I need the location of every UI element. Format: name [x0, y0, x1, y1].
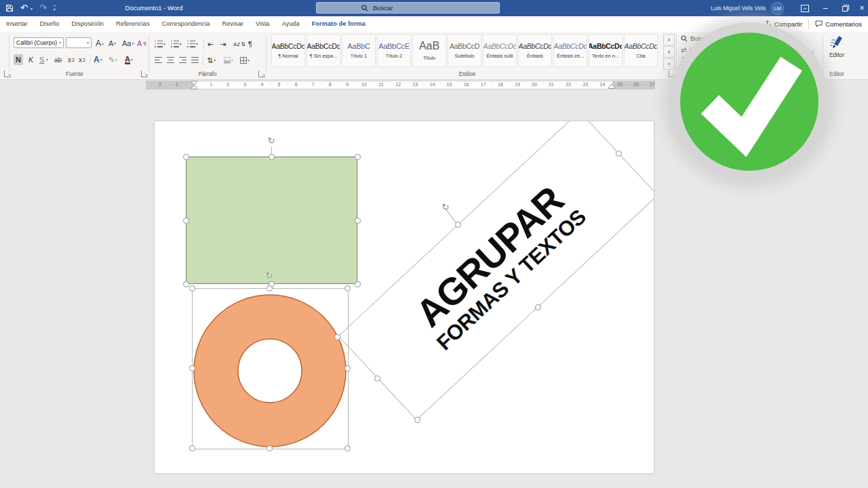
styles-scroll-up-button[interactable]: ∧ — [663, 34, 675, 45]
document-page[interactable]: AGRUPAR FORMAS Y TEXTOS ↻↻↻ — [155, 121, 654, 473]
selection-handle[interactable] — [267, 445, 273, 451]
indent-markers-icon[interactable] — [191, 81, 197, 89]
selection-handle[interactable] — [189, 445, 195, 451]
undo-button[interactable]: ↶ — [20, 0, 28, 16]
share-button[interactable]: Compartir — [757, 20, 808, 28]
font-color-button[interactable]: A▾ — [125, 54, 133, 65]
style-card--nfasis-sutil[interactable]: AaBbCcDcÉnfasis sutil — [483, 34, 517, 67]
align-center-button[interactable] — [167, 55, 174, 66]
clear-formatting-button[interactable]: A↯ — [137, 38, 147, 49]
selection-handle[interactable] — [616, 150, 622, 157]
shrink-font-button[interactable]: A▾ — [108, 38, 116, 49]
restore-button[interactable] — [835, 0, 856, 16]
selection-handle[interactable] — [355, 218, 361, 224]
close-button[interactable]: × — [856, 0, 868, 16]
highlight-button[interactable]: ✎▾ — [108, 54, 117, 65]
borders-button[interactable]: ▾ — [240, 55, 250, 66]
selection-handle[interactable] — [344, 285, 351, 291]
font-size-select[interactable]: ▾ — [66, 37, 92, 48]
paragraph-dialog-launcher-icon[interactable]: ↘ — [258, 70, 265, 77]
tab-formato-de-forma[interactable]: Formato de forma — [306, 16, 372, 32]
minimize-button[interactable]: – — [815, 0, 835, 16]
selection-handle[interactable] — [535, 304, 541, 310]
selection-handle[interactable] — [355, 281, 361, 287]
bold-button[interactable]: N — [14, 54, 23, 65]
justify-button[interactable] — [191, 55, 199, 66]
font-name-select[interactable]: Calibri (Cuerpo) ▾ — [14, 37, 64, 48]
selection-handle[interactable] — [344, 365, 351, 371]
increase-indent-button[interactable]: ⇥ — [220, 39, 226, 49]
selection-handle[interactable] — [183, 218, 189, 224]
numbering-button[interactable]: ▾ — [171, 39, 182, 49]
multilevel-list-button[interactable]: ▾ — [187, 39, 198, 49]
avatar[interactable]: LM — [771, 2, 784, 15]
style-card-subt-tulo[interactable]: AaBbCcDSubtítulo — [448, 34, 481, 67]
change-case-button[interactable]: Aa▾ — [122, 38, 134, 49]
selection-handle[interactable] — [183, 281, 189, 287]
selection-handle[interactable] — [189, 365, 195, 371]
grow-font-button[interactable]: A▴ — [96, 38, 104, 49]
text-effects-button[interactable]: A▾ — [94, 54, 102, 65]
rotated-text-box[interactable]: AGRUPAR FORMAS Y TEXTOS — [338, 121, 654, 420]
style-card-texto-en-n-[interactable]: AaBbCcDcTexto en n... — [589, 34, 623, 67]
sort-button[interactable]: AZ⇅ — [233, 39, 245, 49]
selection-handle[interactable] — [355, 154, 361, 160]
selection-handle[interactable] — [183, 154, 189, 160]
customize-qat-button[interactable]: ▾ — [54, 5, 56, 12]
editor-button[interactable]: Editor — [825, 35, 849, 58]
subscript-button[interactable]: x2 — [68, 54, 75, 65]
selection-handle[interactable] — [455, 222, 461, 228]
style-card--nfasis[interactable]: AaBbCcDcÉnfasis — [518, 34, 552, 67]
right-indent-marker-icon[interactable] — [608, 83, 615, 89]
style-card--nfasis-int-[interactable]: AaBbCcDcÉnfasis int... — [553, 34, 587, 67]
selection-handle[interactable] — [334, 334, 340, 340]
show-marks-button[interactable]: ¶ — [248, 39, 252, 49]
undo-caret-icon[interactable]: ▾ — [31, 6, 33, 11]
comments-button[interactable]: Comentarios — [809, 20, 868, 28]
styles-scroll-down-button[interactable]: ∨ — [663, 46, 675, 58]
styles-dialog-launcher-icon[interactable]: ↘ — [669, 70, 675, 77]
style-card--normal[interactable]: AaBbCcDc¶ Normal — [271, 34, 305, 67]
tab-vista[interactable]: Vista — [250, 16, 276, 32]
shading-button[interactable]: ▾ — [224, 55, 233, 66]
selection-handle[interactable] — [344, 445, 351, 451]
style-card-cita[interactable]: AaBbCcDcCita — [624, 34, 658, 67]
bullets-button[interactable]: ▾ — [155, 39, 165, 49]
align-left-button[interactable] — [155, 55, 162, 66]
italic-button[interactable]: K — [28, 54, 33, 65]
style-card-t-tulo-2[interactable]: AaBbCcETítulo 2 — [377, 34, 411, 67]
style-card-t-tulo-1[interactable]: AaBbCTítulo 1 — [342, 34, 376, 67]
selection-handle[interactable] — [269, 154, 275, 160]
line-spacing-button[interactable]: ⇅▾ — [207, 55, 216, 66]
save-icon[interactable] — [5, 4, 14, 12]
tab-correspondencia[interactable]: Correspondencia — [156, 16, 216, 32]
redo-button[interactable]: ↷ — [39, 0, 47, 16]
tab-diseño[interactable]: Diseño — [34, 16, 66, 32]
underline-button[interactable]: S — [39, 54, 44, 65]
styles-gallery-more-button[interactable]: ≡ — [663, 58, 675, 70]
selection-handle[interactable] — [267, 285, 273, 291]
horizontal-ruler[interactable]: 21···12345678910111213141516171819202122… — [0, 80, 655, 90]
style-card-t-tulo[interactable]: AaBTítulo — [412, 34, 446, 67]
strikethrough-button[interactable]: ab — [54, 54, 62, 65]
decrease-indent-button[interactable]: ⇤ — [208, 39, 214, 49]
style-card--sin-espa-[interactable]: AaBbCcDc¶ Sin espa... — [307, 34, 340, 67]
selection-handle[interactable] — [189, 285, 195, 291]
tab-disposición[interactable]: Disposición — [65, 16, 110, 32]
ribbon-display-options-button[interactable] — [795, 0, 815, 16]
superscript-button[interactable]: x2 — [79, 54, 85, 65]
tab-ayuda[interactable]: Ayuda — [275, 16, 305, 32]
donut-selection-box[interactable] — [192, 288, 349, 449]
search-input[interactable]: Buscar — [316, 2, 500, 14]
underline-caret[interactable]: ▾ — [46, 54, 48, 65]
rotation-handle-icon[interactable]: ↻ — [266, 136, 277, 146]
rotation-handle-icon[interactable]: ↻ — [440, 202, 451, 213]
tab-referencias[interactable]: Referencias — [110, 16, 156, 32]
dialog-launcher-icon[interactable]: ↘ — [4, 70, 11, 77]
rectangle-shape[interactable] — [186, 157, 357, 284]
selection-handle[interactable] — [374, 375, 380, 382]
align-right-button[interactable] — [179, 55, 186, 66]
font-dialog-launcher-icon[interactable]: ↘ — [141, 70, 148, 77]
tab-insertar[interactable]: Insertar — [0, 16, 34, 32]
tab-revisar[interactable]: Revisar — [216, 16, 250, 32]
